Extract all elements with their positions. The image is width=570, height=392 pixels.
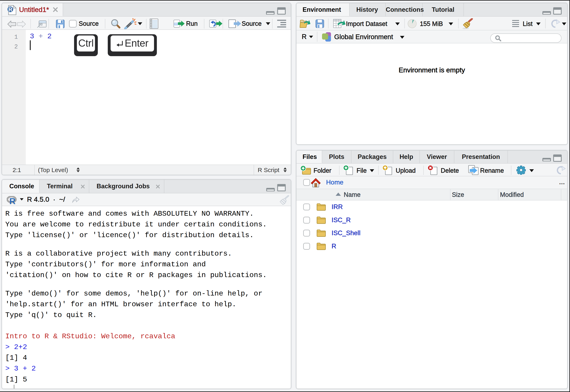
svg-text:R: R <box>8 6 12 13</box>
svg-text:R: R <box>9 196 15 205</box>
